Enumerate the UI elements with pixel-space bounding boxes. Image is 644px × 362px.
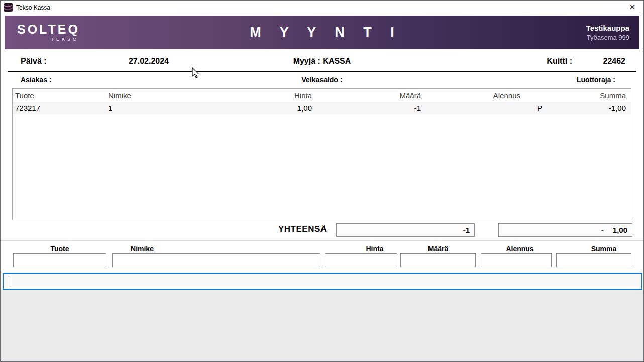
entry-label-summa: Summa: [556, 245, 631, 253]
titlebar: Tekso Kassa ✕: [1, 1, 643, 14]
table-header-row: Tuote Nimike Hinta Määrä Alennus Summa: [13, 89, 631, 102]
table-row[interactable]: 723217 1 1,00 -1 P -1,00: [13, 102, 631, 114]
nimike-input[interactable]: [112, 253, 320, 267]
receipt-number: 22462: [603, 57, 626, 66]
info-row-2: Asiakas : Velkasaldo : Luottoraja :: [1, 76, 643, 85]
cell-hinta: 1,00: [237, 104, 312, 112]
command-input[interactable]: [3, 273, 642, 290]
entry-label-hinta: Hinta: [325, 245, 397, 253]
col-header-nimike: Nimike: [108, 91, 237, 100]
divider-line-light: [1, 240, 643, 241]
entry-label-nimike: Nimike: [112, 245, 172, 253]
store-info: Testikauppa Työasema 999: [586, 23, 629, 42]
receipt-label: Kuitti :: [547, 57, 572, 66]
text-caret: [11, 276, 11, 286]
store-name: Testikauppa: [586, 23, 629, 33]
divider-line: [8, 71, 636, 72]
col-header-alennus: Alennus: [421, 91, 520, 100]
page-title: M Y Y N T I: [5, 25, 639, 40]
total-amount-value: 1,00: [613, 226, 627, 234]
cell-alennus: P: [421, 104, 542, 112]
col-header-summa: Summa: [520, 91, 626, 100]
total-amount-sign: -: [601, 226, 604, 234]
sales-table: Tuote Nimike Hinta Määrä Alennus Summa 7…: [12, 88, 631, 220]
debt-label: Velkasaldo :: [1, 76, 643, 84]
workstation-id: Työasema 999: [586, 33, 629, 42]
col-header-hinta: Hinta: [237, 91, 312, 100]
function-key-area: OHJE F1 SUORITUS F3 Asiakas/ISClub F5 LA…: [1, 290, 643, 362]
total-quantity-box: -1: [336, 223, 475, 237]
maara-input[interactable]: [400, 253, 476, 267]
entry-label-tuote: Tuote: [13, 245, 106, 253]
col-header-maara: Määrä: [312, 91, 421, 100]
app-logo-icon: [4, 3, 13, 12]
alennus-input[interactable]: [481, 253, 552, 267]
col-header-tuote: Tuote: [15, 91, 108, 100]
close-icon[interactable]: ✕: [625, 2, 639, 13]
totals-label: YHTEENSÄ: [278, 224, 327, 234]
tekso-kassa-window: { "window": { "title": "Tekso Kassa", "c…: [0, 0, 644, 362]
entry-label-maara: Määrä: [400, 245, 476, 253]
tuote-input[interactable]: [13, 253, 106, 267]
cell-tuote: 723217: [15, 104, 108, 112]
window-title: Tekso Kassa: [16, 4, 50, 11]
cell-nimike: 1: [108, 104, 237, 112]
app-header: SOLTEQ TEKSO M Y Y N T I Testikauppa Työ…: [5, 16, 639, 49]
credit-label: Luottoraja :: [577, 76, 615, 84]
total-quantity-value: -1: [463, 226, 470, 234]
info-row-1: Päivä : 27.02.2024 Myyjä : KASSA Kuitti …: [1, 57, 643, 67]
hinta-input[interactable]: [325, 253, 397, 267]
total-amount-box: - 1,00: [498, 223, 632, 237]
cell-summa: -1,00: [542, 104, 626, 112]
cell-maara: -1: [312, 104, 421, 112]
entry-label-alennus: Alennus: [481, 245, 552, 253]
summa-input[interactable]: [556, 253, 631, 267]
